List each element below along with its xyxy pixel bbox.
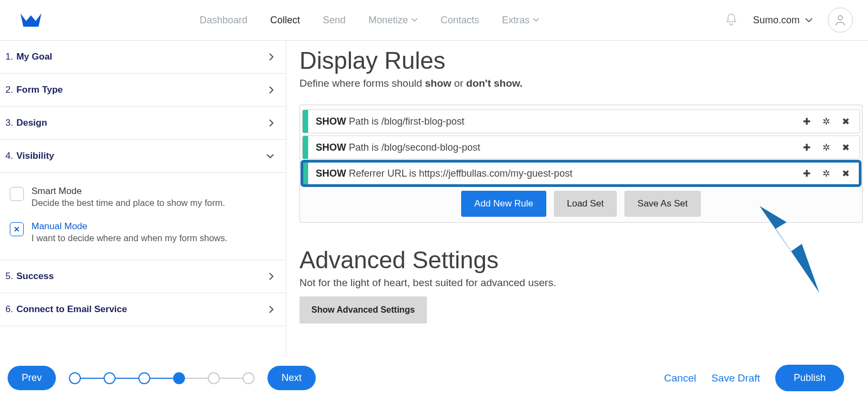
rule-accent [303,162,308,185]
gear-icon[interactable]: ✲ [822,168,830,179]
smart-mode-title: Smart Mode [31,186,225,197]
step-design[interactable]: 3.Design [0,107,286,140]
nav-collect[interactable]: Collect [270,15,300,26]
rule-row-highlighted[interactable]: SHOW Referrer URL is https://jeffbullas.… [302,161,860,185]
avatar[interactable] [828,8,853,33]
display-rules-title: Display Rules [299,47,863,74]
step-success[interactable]: 5.Success [0,260,286,293]
progress-step-3[interactable] [138,372,150,384]
nav-send[interactable]: Send [323,15,346,26]
rule-text: SHOW Referrer URL is https://jeffbullas.… [308,168,803,179]
add-icon[interactable]: ✚ [803,142,810,153]
chevron-down-icon [533,18,539,22]
manual-mode-option[interactable]: ✕ Manual Mode I want to decide where and… [10,221,276,243]
add-new-rule-button[interactable]: Add New Rule [461,191,546,217]
show-advanced-button[interactable]: Show Advanced Settings [299,296,427,324]
rule-row[interactable]: SHOW Path is /blog/second-blog-post ✚ ✲ … [302,135,860,159]
rule-buttons: Add New Rule Load Set Save As Set [302,191,860,217]
user-icon [834,14,847,27]
cancel-link[interactable]: Cancel [664,372,696,384]
gear-icon[interactable]: ✲ [822,116,830,127]
account-dropdown[interactable]: Sumo.com [753,15,813,26]
rule-accent [303,110,308,133]
chevron-down-icon [411,18,418,22]
chevron-right-icon [269,53,274,61]
publish-button[interactable]: Publish [775,365,844,391]
add-icon[interactable]: ✚ [803,116,810,127]
rule-text: SHOW Path is /blog/second-blog-post [308,142,803,153]
svg-point-0 [838,16,843,20]
progress-dots [69,372,254,384]
advanced-desc: Not for the light of heart, best suited … [299,277,863,289]
prev-button[interactable]: Prev [8,366,56,390]
manual-mode-desc: I want to decide where and when my form … [31,233,227,243]
progress-step-4[interactable] [173,372,185,384]
rules-list: SHOW Path is /blog/first-blog-post ✚ ✲ ✖… [299,105,863,223]
save-as-set-button[interactable]: Save As Set [624,191,701,217]
add-icon[interactable]: ✚ [803,168,810,179]
visibility-options: Smart Mode Decide the best time and plac… [0,173,286,260]
chevron-down-icon [266,153,274,159]
main-panel: Display Rules Define where forms should … [286,41,868,355]
display-rules-desc: Define where forms should show or don't … [299,77,863,89]
save-draft-link[interactable]: Save Draft [711,372,760,384]
account-label: Sumo.com [753,15,800,26]
step-connect-email[interactable]: 6.Connect to Email Service [0,293,286,326]
crown-logo-icon [20,9,42,31]
header-right: Sumo.com [725,8,853,33]
step-visibility[interactable]: 4.Visibility [0,140,286,173]
advanced-section: Advanced Settings Not for the light of h… [299,247,863,324]
nav-monetize[interactable]: Monetize [368,15,418,26]
progress-step-1[interactable] [69,372,81,384]
next-button[interactable]: Next [267,366,316,390]
manual-mode-title: Manual Mode [31,221,227,232]
wizard-sidebar: 1.My Goal 2.Form Type 3.Design 4.Visibil… [0,41,286,355]
smart-mode-checkbox[interactable] [10,187,24,201]
close-icon[interactable]: ✖ [842,142,850,153]
chevron-right-icon [269,119,274,127]
main-nav: Dashboard Collect Send Monetize Contacts… [200,15,539,26]
wizard-footer: Prev Next Cancel Save Draft Publish [0,355,868,401]
manual-mode-checkbox[interactable]: ✕ [10,222,24,236]
progress-step-2[interactable] [104,372,116,384]
load-set-button[interactable]: Load Set [554,191,617,217]
rule-row[interactable]: SHOW Path is /blog/first-blog-post ✚ ✲ ✖ [302,109,860,133]
chevron-right-icon [269,273,274,280]
nav-contacts[interactable]: Contacts [441,15,479,26]
nav-dashboard[interactable]: Dashboard [200,15,247,26]
top-header: Dashboard Collect Send Monetize Contacts… [0,0,868,41]
chevron-down-icon [805,18,813,23]
step-form-type[interactable]: 2.Form Type [0,74,286,107]
gear-icon[interactable]: ✲ [822,142,830,153]
close-icon[interactable]: ✖ [842,168,850,179]
nav-extras[interactable]: Extras [502,15,539,26]
progress-step-5[interactable] [208,372,220,384]
step-my-goal[interactable]: 1.My Goal [0,41,286,74]
bell-icon[interactable] [725,13,738,27]
rule-text: SHOW Path is /blog/first-blog-post [308,116,803,127]
smart-mode-option[interactable]: Smart Mode Decide the best time and plac… [10,186,276,208]
smart-mode-desc: Decide the best time and place to show m… [31,198,225,208]
rule-accent [303,136,308,159]
chevron-right-icon [269,306,274,313]
advanced-title: Advanced Settings [299,247,863,274]
close-icon[interactable]: ✖ [842,116,850,127]
progress-step-6[interactable] [242,372,254,384]
chevron-right-icon [269,86,274,94]
